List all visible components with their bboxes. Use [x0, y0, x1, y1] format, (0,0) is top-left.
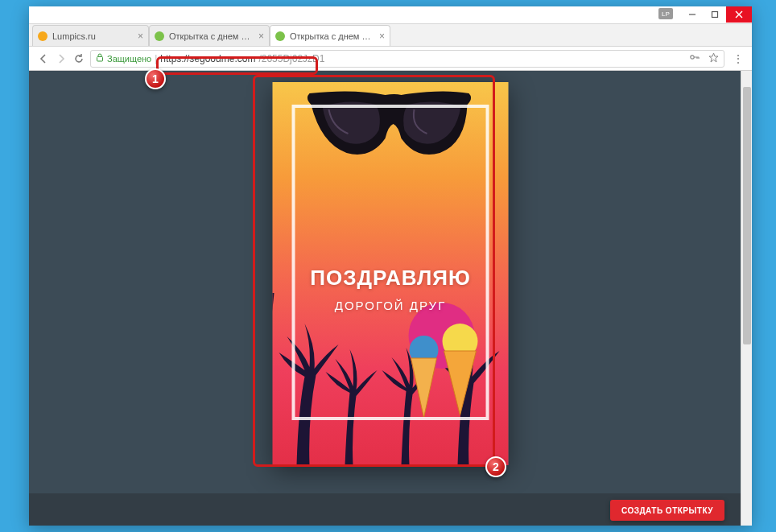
browser-window: LP Lumpics.ru × Открытка с днем рожде × [29, 6, 752, 526]
favicon-icon [155, 31, 164, 41]
reload-button[interactable] [72, 52, 85, 65]
scrollbar-thumb[interactable] [743, 87, 751, 344]
close-tab-icon[interactable]: × [138, 31, 143, 42]
svg-rect-1 [712, 12, 718, 18]
close-tab-icon[interactable]: × [258, 31, 264, 42]
maximize-button[interactable] [704, 6, 726, 23]
card-title: ПОЗДРАВЛЯЮ [273, 266, 509, 291]
address-bar[interactable]: Защищено | https://segoodme.com/2655Dj62… [90, 50, 724, 68]
create-postcard-button[interactable]: СОЗДАТЬ ОТКРЫТКУ [610, 500, 724, 521]
star-icon[interactable] [708, 52, 719, 65]
toolbar: Защищено | https://segoodme.com/2655Dj62… [29, 47, 752, 71]
tab-label: Открытка с днем рожде [290, 31, 374, 41]
tab-postcard-2[interactable]: Открытка с днем рожде × [270, 25, 390, 46]
page-viewport: ПОЗДРАВЛЯЮ ДОРОГОЙ ДРУГ СОЗДАТЬ ОТКРЫТКУ [29, 71, 752, 526]
minimize-button[interactable] [681, 6, 704, 23]
url-path: /2655Dj62JzD1 [258, 53, 324, 64]
tab-postcard-1[interactable]: Открытка с днем рожде × [149, 25, 270, 46]
lock-icon [96, 53, 104, 64]
postcard[interactable]: ПОЗДРАВЛЯЮ ДОРОГОЙ ДРУГ [273, 82, 509, 465]
sunglasses-art [305, 90, 474, 163]
favicon-icon [38, 31, 47, 41]
card-text: ПОЗДРАВЛЯЮ ДОРОГОЙ ДРУГ [273, 266, 509, 312]
user-badge: LP [658, 8, 673, 19]
vertical-scrollbar[interactable] [741, 71, 752, 526]
tab-strip: Lumpics.ru × Открытка с днем рожде × Отк… [29, 24, 752, 47]
svg-point-5 [691, 55, 694, 58]
back-button[interactable] [37, 52, 50, 65]
key-icon[interactable] [689, 52, 700, 65]
close-tab-icon[interactable]: × [379, 31, 385, 42]
tab-lumpics[interactable]: Lumpics.ru × [32, 25, 149, 46]
menu-button[interactable]: ⋮ [729, 52, 747, 65]
forward-button[interactable] [55, 52, 68, 65]
annotation-badge-1: 1 [145, 68, 166, 89]
favicon-icon [275, 31, 285, 41]
secure-label: Защищено [107, 54, 151, 64]
bottom-bar: СОЗДАТЬ ОТКРЫТКУ [29, 493, 741, 526]
tab-label: Открытка с днем рожде [169, 31, 254, 41]
annotation-badge-2: 2 [485, 456, 506, 477]
url-host: https://segoodme.com [160, 53, 255, 64]
svg-rect-4 [97, 57, 103, 62]
separator: | [155, 53, 157, 64]
card-subtitle: ДОРОГОЙ ДРУГ [273, 299, 509, 312]
close-button[interactable] [726, 6, 752, 23]
window-controls [681, 6, 752, 23]
titlebar: LP [29, 6, 752, 24]
tab-label: Lumpics.ru [52, 31, 133, 41]
ice-cream-art-2 [404, 332, 444, 421]
